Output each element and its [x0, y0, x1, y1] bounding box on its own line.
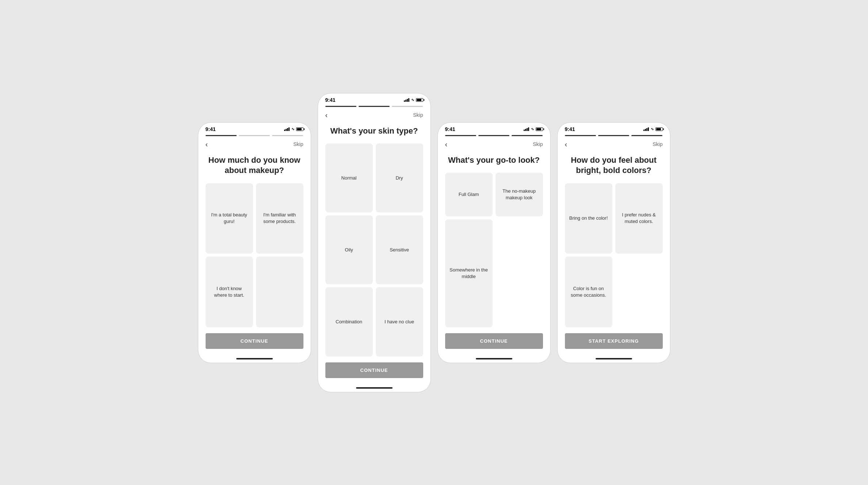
signal-icon-1 — [284, 127, 290, 131]
question-title-3: What's your go-to look? — [445, 155, 543, 166]
progress-seg-3 — [272, 135, 303, 136]
nav-row-1: ‹ Skip — [198, 140, 311, 151]
signal-icon-3 — [524, 127, 529, 131]
option-card-2-6[interactable]: I have no clue — [376, 287, 423, 356]
status-bar-2: 9:41 ∿ — [318, 93, 431, 104]
wifi-icon-3: ∿ — [531, 127, 534, 131]
progress-seg-2 — [239, 135, 270, 136]
progress-seg-2-1 — [325, 106, 356, 107]
wifi-icon-4: ∿ — [651, 127, 654, 131]
home-indicator-4 — [558, 355, 670, 363]
skip-button-1[interactable]: Skip — [293, 141, 303, 147]
back-button-2[interactable]: ‹ — [325, 111, 328, 119]
option-card-4-3[interactable]: Color is fun on some occasions. — [565, 257, 612, 327]
content-3: What's your go-to look? Full Glam The no… — [438, 151, 550, 355]
phone-screen-4: 9:41 ∿ ‹ Skip How do you feel about brig… — [557, 122, 670, 363]
option-card-1-3[interactable]: I don't know where to start. — [206, 257, 253, 327]
option-card-1-4[interactable] — [256, 257, 303, 327]
battery-icon-3 — [536, 127, 543, 131]
phone-screen-1: 9:41 ∿ ‹ Skip How much do you know about… — [198, 122, 311, 363]
status-bar-1: 9:41 ∿ — [198, 123, 311, 134]
skip-button-4[interactable]: Skip — [653, 141, 662, 147]
option-card-1-2[interactable]: I'm familiar with some products. — [256, 183, 303, 254]
phone-screen-3: 9:41 ∿ ‹ Skip What's your go-to look? Fu… — [437, 122, 551, 363]
status-icons-2: ∿ — [404, 98, 423, 102]
status-icons-1: ∿ — [284, 127, 303, 131]
status-bar-3: 9:41 ∿ — [438, 123, 550, 134]
nav-row-4: ‹ Skip — [558, 140, 670, 151]
progress-seg-2-2 — [359, 106, 390, 107]
option-card-1-1[interactable]: I'm a total beauty guru! — [206, 183, 253, 254]
status-icons-4: ∿ — [643, 127, 663, 131]
status-time-3: 9:41 — [445, 126, 455, 132]
options-grid-1: I'm a total beauty guru! I'm familiar wi… — [206, 183, 303, 327]
nav-row-3: ‹ Skip — [438, 140, 550, 151]
signal-icon-2 — [404, 98, 409, 102]
signal-icon-4 — [643, 127, 649, 131]
back-button-3[interactable]: ‹ — [445, 141, 448, 148]
question-title-1: How much do you know about makeup? — [206, 155, 303, 176]
home-indicator-2 — [318, 384, 431, 392]
back-button-1[interactable]: ‹ — [206, 141, 208, 148]
continue-button-3[interactable]: CONTINUE — [445, 333, 543, 349]
home-bar-4 — [596, 358, 632, 359]
question-title-4: How do you feel about bright, bold color… — [565, 155, 663, 176]
option-card-2-2[interactable]: Dry — [376, 143, 423, 212]
content-2: What's your skin type? Normal Dry Oily S… — [318, 122, 431, 384]
option-card-2-4[interactable]: Sensitive — [376, 215, 423, 284]
home-indicator-3 — [438, 355, 550, 363]
status-time-1: 9:41 — [206, 126, 216, 132]
option-card-3-empty — [496, 219, 543, 327]
content-4: How do you feel about bright, bold color… — [558, 151, 670, 355]
option-card-3-2[interactable]: The no-makeup makeup look — [496, 173, 543, 216]
option-card-2-5[interactable]: Combination — [325, 287, 373, 356]
nav-row-2: ‹ Skip — [318, 111, 431, 122]
start-exploring-button[interactable]: START EXPLORING — [565, 333, 663, 349]
progress-bar-2 — [318, 104, 431, 111]
back-button-4[interactable]: ‹ — [565, 141, 567, 148]
battery-icon-1 — [296, 127, 303, 131]
progress-bar-1 — [198, 134, 311, 140]
wifi-icon-2: ∿ — [411, 98, 414, 102]
question-title-2: What's your skin type? — [325, 126, 423, 136]
continue-button-2[interactable]: CONTINUE — [325, 362, 423, 378]
option-card-4-2[interactable]: I prefer nudes & muted colors. — [615, 183, 663, 254]
option-card-2-3[interactable]: Oily — [325, 215, 373, 284]
home-indicator-1 — [198, 355, 311, 363]
option-card-2-1[interactable]: Normal — [325, 143, 373, 212]
options-grid-4: Bring on the color! I prefer nudes & mut… — [565, 183, 663, 327]
status-time-2: 9:41 — [325, 97, 336, 103]
skip-button-3[interactable]: Skip — [533, 141, 543, 147]
option-card-4-4 — [615, 257, 663, 327]
progress-seg-2-3 — [392, 106, 423, 107]
content-1: How much do you know about makeup? I'm a… — [198, 151, 311, 355]
phone-screen-2: 9:41 ∿ ‹ Skip What's your skin type? Nor… — [318, 93, 431, 392]
options-grid-2: Normal Dry Oily Sensitive Combination I … — [325, 143, 423, 356]
home-bar-1 — [236, 358, 273, 359]
battery-icon-4 — [655, 127, 663, 131]
wifi-icon-1: ∿ — [291, 127, 294, 131]
option-card-4-1[interactable]: Bring on the color! — [565, 183, 612, 254]
status-time-4: 9:41 — [565, 126, 575, 132]
progress-bar-3 — [438, 134, 550, 140]
home-bar-3 — [476, 358, 512, 359]
option-card-3-1[interactable]: Full Glam — [445, 173, 493, 216]
home-bar-2 — [356, 387, 393, 389]
continue-button-1[interactable]: CONTINUE — [206, 333, 303, 349]
option-card-3-3[interactable]: Somewhere in the middle — [445, 219, 493, 327]
progress-bar-4 — [558, 134, 670, 140]
status-bar-4: 9:41 ∿ — [558, 123, 670, 134]
status-icons-3: ∿ — [524, 127, 543, 131]
skip-button-2[interactable]: Skip — [413, 112, 423, 118]
battery-icon-2 — [416, 98, 423, 102]
progress-seg-1 — [206, 135, 237, 136]
